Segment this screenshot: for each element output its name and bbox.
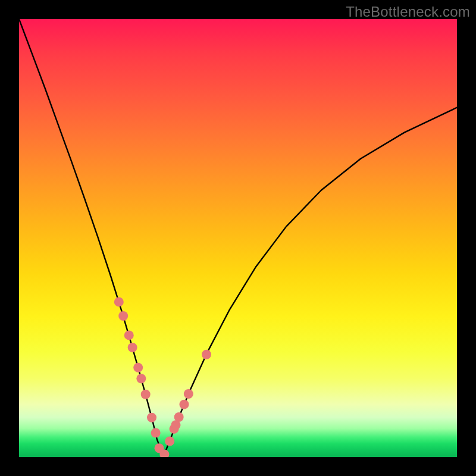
- marker-point: [128, 343, 137, 352]
- outer-frame: TheBottleneck.com: [0, 0, 476, 476]
- watermark-label: TheBottleneck.com: [346, 4, 470, 20]
- marker-point: [136, 374, 146, 383]
- marker-point: [118, 311, 128, 321]
- plot-area: [19, 19, 457, 457]
- marker-point: [174, 412, 184, 422]
- bottleneck-curve-path: [19, 19, 457, 456]
- marker-point: [202, 350, 211, 359]
- marker-point: [124, 330, 134, 340]
- marker-point: [147, 413, 156, 422]
- marker-point: [179, 400, 189, 409]
- marker-point: [114, 297, 124, 306]
- marker-point: [151, 428, 161, 438]
- marker-point: [165, 437, 174, 446]
- marker-point: [133, 363, 143, 372]
- chart-svg: [19, 19, 457, 457]
- marker-point: [184, 389, 193, 399]
- marker-point: [141, 390, 151, 399]
